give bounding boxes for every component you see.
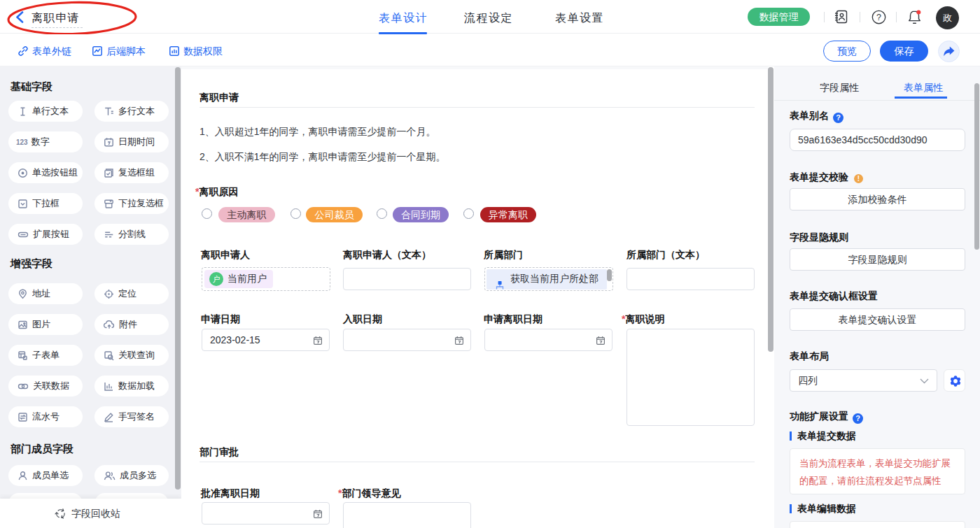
svg-text:?: ? [876,13,881,22]
